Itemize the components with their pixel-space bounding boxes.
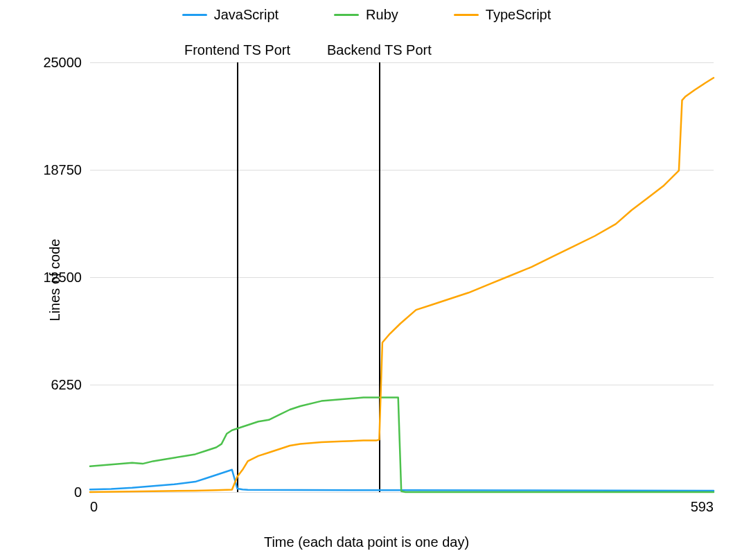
y-tick: 18750 <box>43 162 82 178</box>
legend-swatch-javascript <box>182 14 207 16</box>
legend-item-ruby: Ruby <box>334 7 398 23</box>
y-tick: 12500 <box>43 270 82 286</box>
y-tick: 0 <box>74 484 82 500</box>
x-tick: 593 <box>691 499 714 515</box>
annotation-label: Frontend TS Port <box>184 42 290 58</box>
chart-container: JavaScript Ruby TypeScript Lines of code… <box>0 0 733 560</box>
legend-label: Ruby <box>366 7 398 23</box>
legend-swatch-typescript <box>454 14 479 16</box>
x-axis-label: Time (each data point is one day) <box>0 534 733 550</box>
x-tick: 0 <box>90 499 98 515</box>
legend-swatch-ruby <box>334 14 359 16</box>
legend-item-typescript: TypeScript <box>454 7 551 23</box>
line-series <box>90 62 714 492</box>
legend-item-javascript: JavaScript <box>182 7 279 23</box>
legend: JavaScript Ruby TypeScript <box>0 7 733 23</box>
plot-area: 06250125001875025000 0 593 Frontend TS P… <box>90 62 714 492</box>
series-ruby <box>90 398 714 492</box>
annotation-label: Backend TS Port <box>327 42 432 58</box>
legend-label: TypeScript <box>486 7 551 23</box>
y-tick: 6250 <box>51 377 82 393</box>
y-tick: 25000 <box>43 55 82 71</box>
legend-label: JavaScript <box>214 7 279 23</box>
series-typescript <box>90 78 714 492</box>
